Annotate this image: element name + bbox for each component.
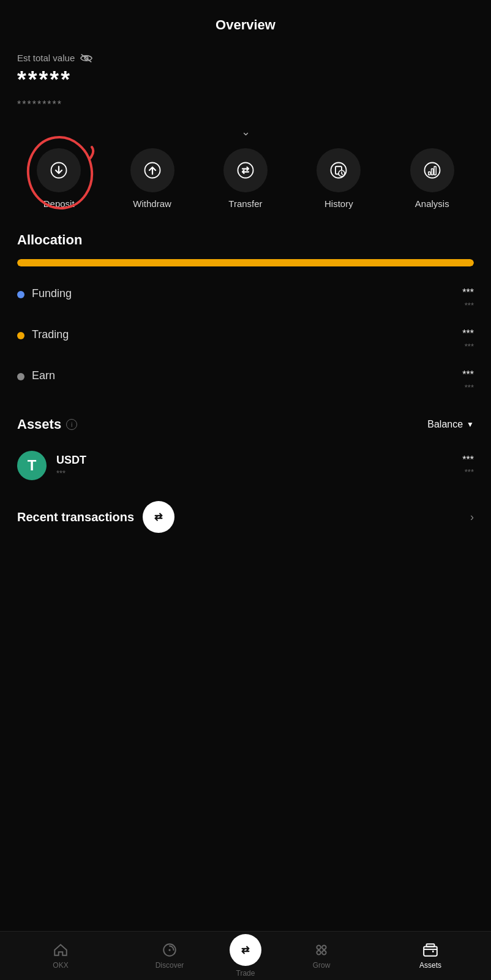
- nav-item-trade[interactable]: Trade: [224, 934, 267, 978]
- page-title: Overview: [216, 17, 275, 32]
- recent-transactions-row: Recent transactions ›: [0, 489, 491, 541]
- svg-point-9: [424, 163, 440, 178]
- allocation-earn-left: Earn: [17, 369, 55, 382]
- nav-assets-label: Assets: [419, 961, 441, 970]
- nav-grow-label: Grow: [313, 961, 331, 970]
- analysis-circle: [410, 148, 454, 192]
- analysis-label: Analysis: [415, 198, 449, 209]
- est-label-text: Est total value: [17, 53, 75, 63]
- allocation-trading-left: Trading: [17, 328, 69, 341]
- transfer-button[interactable]: Transfer: [223, 148, 268, 209]
- allocation-trading[interactable]: Trading *** ***: [17, 322, 474, 363]
- history-icon: [329, 161, 348, 179]
- earn-name: Earn: [32, 369, 55, 382]
- total-value-section: Est total value ***** *********: [0, 43, 491, 121]
- withdraw-label: Withdraw: [133, 198, 171, 209]
- wallet-icon: [422, 942, 438, 958]
- svg-point-17: [317, 951, 321, 955]
- allocation-title: Allocation: [17, 232, 474, 248]
- header: Overview: [0, 0, 491, 43]
- assets-title-row: Assets i: [17, 417, 77, 432]
- usdt-value-sub: ***: [462, 467, 474, 477]
- funding-values: *** ***: [462, 287, 474, 310]
- earn-value-main: ***: [462, 369, 474, 380]
- nav-trade-label: Trade: [236, 969, 255, 978]
- analysis-icon: [423, 161, 441, 179]
- trade-center-button[interactable]: [230, 934, 261, 966]
- asset-item-usdt[interactable]: T USDT *** *** ***: [0, 442, 491, 489]
- svg-point-16: [322, 945, 326, 949]
- chevron-down-icon[interactable]: ⌄: [241, 125, 250, 138]
- usdt-name: USDT: [56, 454, 452, 467]
- deposit-button[interactable]: Deposit: [37, 148, 81, 209]
- svg-rect-10: [429, 172, 430, 175]
- svg-point-5: [238, 163, 253, 178]
- chevron-row[interactable]: ⌄: [0, 121, 491, 148]
- balance-chevron-icon: ▼: [467, 420, 474, 429]
- history-label: History: [324, 198, 353, 209]
- recent-tx-title: Recent transactions: [17, 510, 134, 524]
- svg-rect-12: [434, 167, 436, 175]
- trading-values: *** ***: [462, 328, 474, 351]
- nav-item-grow[interactable]: Grow: [267, 942, 376, 970]
- allocation-bar: [17, 259, 474, 266]
- usdt-values: *** ***: [462, 454, 474, 477]
- home-icon: [53, 942, 69, 958]
- svg-rect-19: [424, 947, 437, 956]
- svg-point-15: [317, 945, 321, 949]
- allocation-earn[interactable]: Earn *** ***: [17, 363, 474, 404]
- svg-rect-11: [431, 169, 433, 175]
- main-value: *****: [17, 67, 474, 93]
- allocation-funding-left: Funding: [17, 287, 72, 300]
- grow-icon: [313, 942, 329, 958]
- svg-point-18: [322, 951, 326, 955]
- earn-value-sub: ***: [462, 383, 474, 392]
- withdraw-icon: [143, 161, 162, 179]
- trading-dot: [17, 332, 24, 339]
- transfer-icon: [236, 161, 255, 179]
- recent-tx-chevron-icon: ›: [470, 511, 474, 524]
- assets-info-icon[interactable]: i: [66, 419, 77, 430]
- recent-tx-swap-button[interactable]: [143, 501, 174, 533]
- deposit-label: Deposit: [43, 198, 75, 209]
- trading-value-main: ***: [462, 328, 474, 339]
- funding-name: Funding: [32, 287, 72, 300]
- usdt-info: USDT ***: [56, 454, 452, 478]
- funding-value-main: ***: [462, 287, 474, 298]
- history-button[interactable]: History: [317, 148, 361, 209]
- svg-point-14: [168, 949, 170, 951]
- deposit-circle: [37, 148, 81, 192]
- sub-value: *********: [17, 99, 474, 110]
- funding-value-sub: ***: [462, 301, 474, 310]
- transfer-label: Transfer: [228, 198, 262, 209]
- nav-item-assets[interactable]: Assets: [376, 942, 485, 970]
- assets-header: Assets i Balance ▼: [0, 410, 491, 442]
- hide-value-icon[interactable]: [80, 53, 93, 63]
- allocation-bar-container: [17, 259, 474, 266]
- transfer-circle: [223, 148, 268, 192]
- balance-label: Balance: [427, 419, 463, 430]
- usdt-sub: ***: [56, 469, 452, 478]
- trading-name: Trading: [32, 328, 69, 341]
- funding-dot: [17, 291, 24, 298]
- trade-icon: [238, 942, 253, 958]
- swap-icon: [151, 509, 167, 525]
- nav-okx-label: OKX: [53, 961, 68, 970]
- bottom-nav: OKX Discover Trade: [0, 931, 491, 980]
- allocation-funding[interactable]: Funding *** ***: [17, 281, 474, 322]
- est-label-row: Est total value: [17, 53, 474, 63]
- usdt-value-main: ***: [462, 454, 474, 466]
- earn-values: *** ***: [462, 369, 474, 392]
- nav-item-okx[interactable]: OKX: [6, 942, 115, 970]
- deposit-icon: [50, 161, 68, 179]
- withdraw-button[interactable]: Withdraw: [130, 148, 174, 209]
- history-circle: [317, 148, 361, 192]
- analysis-button[interactable]: Analysis: [410, 148, 454, 209]
- assets-title: Assets: [17, 417, 61, 432]
- trading-value-sub: ***: [462, 342, 474, 351]
- discover-icon: [162, 942, 178, 958]
- withdraw-circle: [130, 148, 174, 192]
- nav-item-discover[interactable]: Discover: [115, 942, 224, 970]
- balance-sort-button[interactable]: Balance ▼: [427, 419, 474, 430]
- earn-dot: [17, 373, 24, 380]
